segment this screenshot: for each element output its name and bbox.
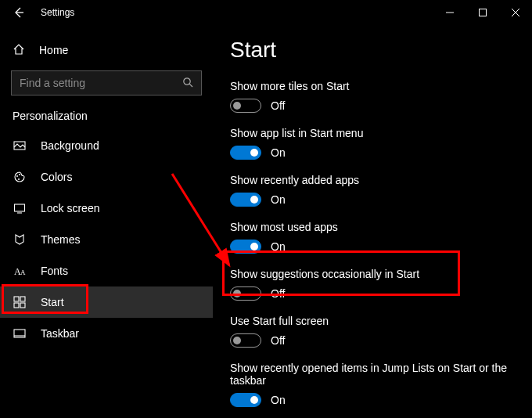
setting-row: Show app list in Start menuOn <box>230 127 515 160</box>
setting-row: Show recently opened items in Jump Lists… <box>230 362 515 407</box>
sidebar: Home Find a setting Personalization Back… <box>0 25 213 418</box>
sidebar-item-label: Taskbar <box>41 327 79 340</box>
sidebar-item-label: Start <box>41 296 64 308</box>
toggle-switch[interactable] <box>230 333 261 348</box>
home-icon <box>13 43 25 58</box>
toggle-state-label: On <box>271 240 286 253</box>
toggle-switch[interactable] <box>230 193 261 207</box>
toggle-state-label: On <box>271 193 286 206</box>
setting-label: Show more tiles on Start <box>230 80 515 92</box>
toggle-switch[interactable] <box>230 286 261 301</box>
sidebar-item-label: Themes <box>41 233 81 246</box>
taskbar-icon <box>13 327 27 340</box>
svg-rect-14 <box>14 297 19 301</box>
window-title: Settings <box>41 7 74 18</box>
svg-point-7 <box>16 175 18 177</box>
toggle-state-label: Off <box>271 99 285 112</box>
minimize-button[interactable] <box>433 0 466 25</box>
setting-label: Show suggestions occasionally in Start <box>230 268 515 280</box>
colors-icon <box>13 171 27 183</box>
svg-text:A: A <box>20 268 26 276</box>
sidebar-item-fonts[interactable]: AA Fonts <box>0 255 213 286</box>
start-icon <box>13 296 27 308</box>
sidebar-item-label: Fonts <box>41 265 68 277</box>
toggle-switch[interactable] <box>230 393 261 407</box>
sidebar-item-themes[interactable]: Themes <box>0 224 213 255</box>
svg-point-4 <box>184 77 190 84</box>
content-pane: Start Show more tiles on StartOffShow ap… <box>213 25 532 418</box>
sidebar-home-label: Home <box>39 44 68 56</box>
toggle-switch[interactable] <box>230 146 261 160</box>
svg-rect-1 <box>480 9 487 16</box>
themes-icon <box>13 233 27 246</box>
close-button[interactable] <box>499 0 532 25</box>
sidebar-item-start[interactable]: Start <box>0 286 213 318</box>
window-controls <box>433 0 532 25</box>
svg-rect-17 <box>20 303 25 308</box>
search-placeholder: Find a setting <box>20 77 85 89</box>
sidebar-item-label: Lock screen <box>41 202 99 214</box>
svg-rect-10 <box>15 204 25 211</box>
sidebar-item-background[interactable]: Background <box>0 130 213 161</box>
setting-row: Use Start full screenOff <box>230 315 515 348</box>
toggle-state-label: On <box>271 394 286 406</box>
search-input[interactable]: Find a setting <box>11 70 202 95</box>
setting-label: Use Start full screen <box>230 315 515 327</box>
section-header: Personalization <box>0 110 213 130</box>
toggle-state-label: Off <box>271 334 285 347</box>
setting-label: Show app list in Start menu <box>230 127 515 139</box>
sidebar-item-colors[interactable]: Colors <box>0 161 213 193</box>
toggle-switch[interactable] <box>230 99 261 113</box>
setting-label: Show most used apps <box>230 221 515 233</box>
page-title: Start <box>230 38 515 63</box>
maximize-button[interactable] <box>466 0 499 25</box>
sidebar-item-taskbar[interactable]: Taskbar <box>0 318 213 349</box>
sidebar-home[interactable]: Home <box>0 36 213 64</box>
svg-line-5 <box>189 84 192 87</box>
setting-row: Show most used appsOn <box>230 221 515 254</box>
toggle-switch[interactable] <box>230 240 261 254</box>
setting-row: Show more tiles on StartOff <box>230 80 515 113</box>
svg-point-9 <box>18 178 20 180</box>
sidebar-item-label: Background <box>41 139 99 152</box>
setting-label: Show recently added apps <box>230 174 515 186</box>
background-icon <box>13 139 27 152</box>
setting-row: Show suggestions occasionally in StartOf… <box>230 268 515 301</box>
svg-rect-16 <box>14 303 19 308</box>
svg-rect-15 <box>20 297 25 301</box>
sidebar-item-label: Colors <box>41 171 72 183</box>
setting-label: Show recently opened items in Jump Lists… <box>230 362 515 387</box>
toggle-state-label: On <box>271 146 286 159</box>
lock-screen-icon <box>13 202 27 214</box>
toggle-state-label: Off <box>271 287 285 300</box>
sidebar-item-lock-screen[interactable]: Lock screen <box>0 193 213 224</box>
svg-point-8 <box>19 174 20 175</box>
setting-row: Show recently added appsOn <box>230 174 515 207</box>
fonts-icon: AA <box>13 265 27 277</box>
search-icon <box>182 77 193 90</box>
back-button[interactable] <box>11 5 27 20</box>
